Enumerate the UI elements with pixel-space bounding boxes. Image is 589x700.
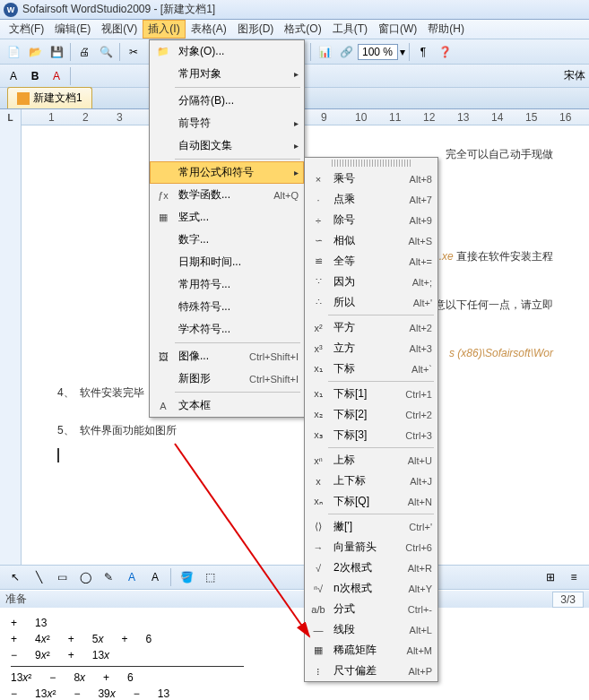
menu-item[interactable]: 自动图文集▸ — [150, 134, 304, 157]
menu-item[interactable]: 新图形Ctrl+Shift+I — [150, 367, 304, 390]
ruler-vertical: L — [0, 109, 22, 575]
menu-item[interactable]: 学术符号... — [150, 318, 304, 341]
menu-1[interactable]: 编辑(E) — [49, 20, 96, 39]
menu-item[interactable]: 特殊符号... — [150, 296, 304, 318]
misc-tool[interactable]: ⬚ — [200, 567, 220, 587]
submenu-item[interactable]: ▦稀疏矩阵Alt+M — [305, 640, 437, 661]
submenu-item[interactable]: →向量箭头Ctrl+6 — [305, 537, 437, 557]
submenu-item[interactable]: x²平方Alt+2 — [305, 317, 437, 338]
preview-button[interactable]: 🔍 — [96, 42, 116, 62]
ruler-horizontal: 12345678910111213141516 — [22, 109, 589, 125]
zoom-dropdown-icon[interactable]: ▾ — [400, 46, 405, 58]
menu-item[interactable]: 分隔符(B)... — [150, 90, 304, 112]
submenu-item[interactable]: x₁下标Alt+` — [305, 359, 437, 379]
tab-label: 新建文档1 — [33, 91, 82, 106]
statusbar: 准备 3/3 — [0, 590, 589, 608]
menu-item[interactable]: 📁对象(O)... — [150, 40, 304, 63]
insert-menu-dropdown[interactable]: 📁对象(O)...常用对象▸分隔符(B)...前导符▸自动图文集▸常用公式和符号… — [149, 39, 305, 418]
color-button[interactable]: A — [47, 66, 66, 86]
menu-3[interactable]: 插入(I) — [143, 20, 185, 39]
submenu-item[interactable]: ∵因为Alt+; — [305, 272, 437, 292]
submenu-item[interactable]: ∽相似Alt+S — [305, 230, 437, 251]
submenu-item[interactable]: x³立方Alt+3 — [305, 338, 437, 359]
new-button[interactable]: 📄 — [4, 42, 23, 62]
menu-item[interactable]: ▦竖式... — [150, 206, 304, 229]
print-button[interactable]: 🖨 — [74, 42, 94, 62]
submenu-item[interactable]: ∴所以Alt+' — [305, 292, 437, 313]
menubar: 文档(F)编辑(E)视图(V)插入(I)表格(A)图形(D)格式(O)工具(T)… — [0, 20, 589, 39]
math-preview: +13 +4x²+5x+6 −9x²+13x 13x²−8x+6 −13x²−3… — [0, 609, 589, 699]
menu-2[interactable]: 视图(V) — [96, 20, 143, 39]
submenu-item[interactable]: ⟨⟩撇[']Ctrl+' — [305, 516, 437, 537]
submenu-item[interactable]: ⫶尺寸偏差Alt+P — [305, 661, 437, 681]
ruler-l-label: L — [7, 113, 13, 123]
separator — [70, 43, 71, 61]
submenu-item[interactable]: x上下标Alt+J — [305, 471, 437, 491]
help-button[interactable]: ❓ — [435, 42, 455, 62]
open-button[interactable]: 📂 — [25, 42, 45, 62]
submenu-item[interactable]: —线段Alt+L — [305, 619, 437, 640]
zoom-value[interactable]: 100 % — [358, 44, 398, 60]
chart-button[interactable]: 📊 — [315, 42, 334, 62]
cut-button[interactable]: ✂ — [124, 42, 143, 62]
zoom-control[interactable]: 100 % ▾ — [358, 44, 405, 60]
submenu-item[interactable]: √2次根式Alt+R — [305, 557, 437, 578]
menu-8[interactable]: 窗口(W) — [373, 20, 422, 39]
tab-active[interactable]: 新建文档1 — [7, 87, 92, 108]
page-indicator: 3/3 — [552, 592, 584, 608]
menu-7[interactable]: 工具(T) — [327, 20, 373, 39]
submenu-grip[interactable] — [332, 160, 411, 167]
menu-0[interactable]: 文档(F) — [4, 20, 49, 39]
menu-item[interactable]: A文本框 — [150, 394, 304, 417]
text-tool[interactable]: A — [122, 567, 142, 587]
doc-path: .xe — [439, 250, 454, 263]
text-tool-2[interactable]: A — [145, 567, 165, 587]
app-icon: W — [4, 3, 18, 17]
menu-9[interactable]: 帮助(H) — [422, 20, 470, 39]
submenu-item[interactable]: ×乘号Alt+8 — [305, 169, 437, 189]
submenu-item[interactable]: xⁿ上标Alt+U — [305, 450, 437, 471]
menu-item[interactable]: 日期和时间... — [150, 251, 304, 273]
link-button[interactable]: 🔗 — [336, 42, 356, 62]
separator — [170, 568, 171, 586]
align-tool[interactable]: ≡ — [564, 567, 584, 587]
status-label: 准备 — [5, 592, 27, 607]
bold-button[interactable]: B — [25, 66, 45, 86]
select-tool[interactable]: ↖ — [5, 567, 25, 587]
rect-tool[interactable]: ▭ — [52, 567, 72, 587]
menu-item[interactable]: 常用公式和符号▸ — [150, 161, 304, 184]
formula-symbol-submenu[interactable]: ×乘号Alt+8·点乘Alt+7÷除号Alt+9∽相似Alt+S≌全等Alt+=… — [304, 157, 438, 682]
save-button[interactable]: 💾 — [47, 42, 66, 62]
menu-6[interactable]: 格式(O) — [279, 20, 326, 39]
list-number: 5、 — [57, 419, 74, 441]
submenu-item[interactable]: ·点乘Alt+7 — [305, 189, 437, 210]
submenu-item[interactable]: x₂下标[2]Ctrl+2 — [305, 404, 437, 425]
submenu-item[interactable]: a/b分式Ctrl+- — [305, 599, 437, 619]
separator — [119, 43, 120, 61]
style-button[interactable]: A — [4, 66, 23, 86]
ellipse-tool[interactable]: ◯ — [75, 567, 95, 587]
menu-item[interactable]: 常用对象▸ — [150, 63, 304, 85]
menu-item[interactable]: 常用符号... — [150, 273, 304, 296]
pen-tool[interactable]: ✎ — [99, 567, 118, 587]
submenu-item[interactable]: ⁿ√n次根式Alt+Y — [305, 578, 437, 599]
doc-icon — [17, 92, 30, 105]
separator — [70, 67, 71, 85]
submenu-item[interactable]: x₃下标[3]Ctrl+3 — [305, 425, 437, 445]
submenu-item[interactable]: xₙ下标[Q]Alt+N — [305, 491, 437, 512]
menu-item[interactable]: 前导符▸ — [150, 112, 304, 134]
font-name[interactable]: 宋体 — [564, 68, 585, 83]
menu-item[interactable]: ƒx数学函数...Alt+Q — [150, 184, 304, 206]
submenu-item[interactable]: x₁下标[1]Ctrl+1 — [305, 384, 437, 404]
menu-5[interactable]: 图形(D) — [232, 20, 280, 39]
para-button[interactable]: ¶ — [413, 42, 433, 62]
menu-item[interactable]: 数字... — [150, 229, 304, 251]
math-row: −13x²−39x−13 — [11, 686, 578, 700]
submenu-item[interactable]: ≌全等Alt+= — [305, 251, 437, 272]
submenu-item[interactable]: ÷除号Alt+9 — [305, 210, 437, 230]
menu-item[interactable]: 🖼图像...Ctrl+Shift+I — [150, 345, 304, 367]
menu-4[interactable]: 表格(A) — [186, 20, 232, 39]
grid-tool[interactable]: ⊞ — [541, 567, 560, 587]
line-tool[interactable]: ╲ — [29, 567, 48, 587]
fill-tool[interactable]: 🪣 — [177, 567, 196, 587]
